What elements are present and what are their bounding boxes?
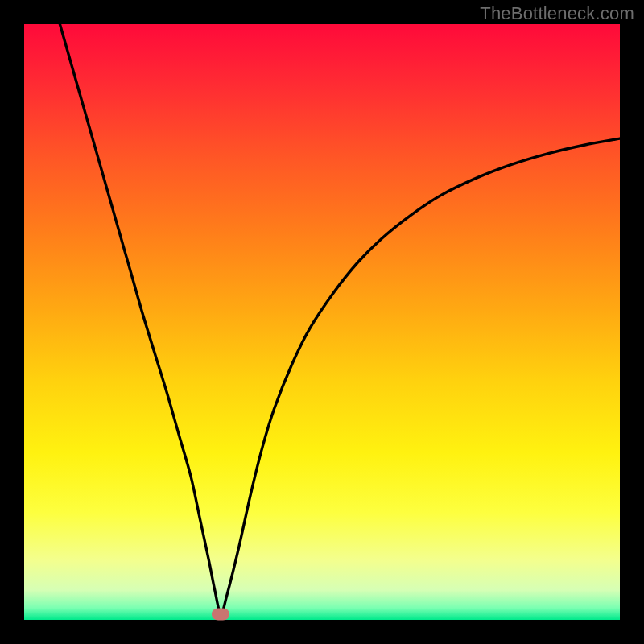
plot-area xyxy=(24,24,620,620)
watermark-text: TheBottleneck.com xyxy=(480,3,634,24)
curve-svg xyxy=(24,24,620,620)
bottleneck-curve xyxy=(60,24,620,614)
chart-frame: TheBottleneck.com xyxy=(0,0,644,644)
optimum-marker xyxy=(212,608,229,620)
